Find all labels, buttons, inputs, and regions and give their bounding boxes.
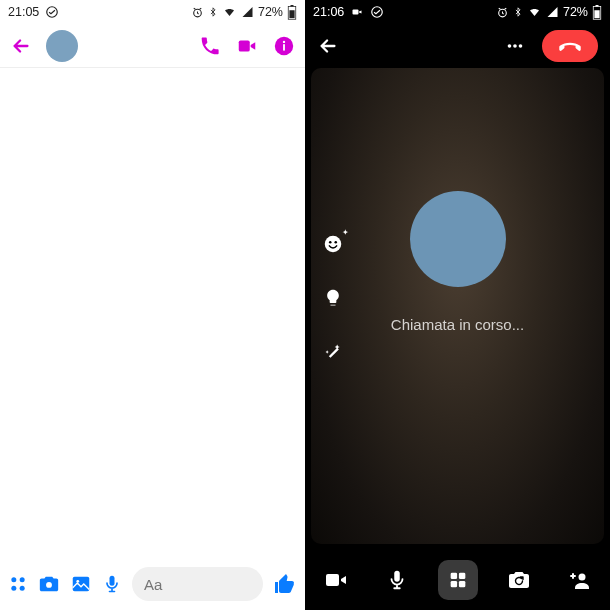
bluetooth-icon [513, 5, 523, 19]
contact-avatar-small[interactable] [46, 30, 78, 62]
status-battery-pct: 72% [563, 5, 588, 19]
message-input[interactable] [132, 567, 263, 601]
battery-icon [592, 5, 602, 20]
svg-rect-16 [110, 576, 115, 586]
svg-point-9 [11, 577, 16, 582]
magic-effects-button[interactable] [319, 338, 347, 366]
svg-rect-5 [239, 40, 250, 51]
status-bar-right: 21:06 72% [305, 0, 610, 24]
face-effects-button[interactable]: ✦ [319, 230, 347, 258]
svg-point-23 [508, 44, 512, 48]
svg-rect-31 [450, 573, 456, 579]
gallery-icon[interactable] [70, 573, 92, 595]
svg-point-10 [20, 577, 25, 582]
signal-icon [546, 6, 559, 18]
svg-point-35 [578, 574, 585, 581]
wifi-icon [222, 6, 237, 18]
svg-rect-30 [394, 571, 400, 582]
svg-rect-7 [283, 44, 285, 50]
microphone-icon[interactable] [102, 573, 122, 595]
svg-point-12 [20, 586, 25, 591]
call-status-text: Chiamata in corso... [391, 316, 524, 333]
messenger-notification-icon [45, 5, 59, 19]
messenger-chat-screen: 21:05 72% [0, 0, 305, 610]
svg-point-24 [513, 44, 517, 48]
call-header [305, 24, 610, 68]
svg-point-28 [334, 241, 337, 244]
status-time: 21:05 [8, 5, 39, 19]
svg-point-18 [372, 7, 383, 18]
svg-rect-4 [289, 10, 294, 18]
svg-point-0 [47, 7, 58, 18]
camera-icon[interactable] [38, 573, 60, 595]
call-controls-bar [305, 550, 610, 610]
svg-rect-29 [326, 574, 339, 586]
signal-icon [241, 6, 254, 18]
hangup-button[interactable] [542, 30, 598, 62]
grid-view-button[interactable] [438, 560, 478, 600]
voice-call-icon[interactable] [199, 35, 221, 57]
lighting-button[interactable] [319, 284, 347, 312]
svg-rect-22 [594, 10, 599, 18]
call-video-area: ✦ Chiamata in corso... [311, 68, 604, 544]
more-actions-icon[interactable] [8, 574, 28, 594]
like-icon[interactable] [273, 572, 297, 596]
battery-icon [287, 5, 297, 20]
video-call-icon[interactable] [235, 35, 259, 57]
svg-point-26 [325, 236, 342, 253]
bluetooth-icon [208, 5, 218, 19]
svg-point-15 [76, 580, 79, 583]
effects-rail: ✦ [319, 230, 347, 366]
message-composer [0, 558, 305, 610]
more-options-icon[interactable] [504, 35, 526, 57]
svg-rect-14 [73, 577, 90, 592]
svg-point-8 [283, 40, 285, 42]
alarm-icon [496, 6, 509, 19]
status-battery-pct: 72% [258, 5, 283, 19]
svg-point-25 [519, 44, 523, 48]
svg-point-27 [329, 241, 332, 244]
back-arrow-icon[interactable] [10, 35, 32, 57]
message-text-field[interactable] [144, 576, 251, 593]
toggle-mic-button[interactable] [377, 560, 417, 600]
ongoing-call-icon [350, 6, 364, 18]
svg-rect-34 [458, 581, 464, 587]
add-person-button[interactable] [560, 560, 600, 600]
svg-rect-32 [458, 573, 464, 579]
flip-camera-button[interactable] [499, 560, 539, 600]
back-arrow-icon[interactable] [317, 35, 339, 57]
svg-rect-33 [450, 581, 456, 587]
svg-rect-17 [353, 10, 359, 15]
svg-point-11 [11, 586, 16, 591]
chat-body-empty [0, 68, 305, 558]
toggle-video-button[interactable] [316, 560, 356, 600]
svg-point-13 [46, 582, 52, 588]
chat-header [0, 24, 305, 68]
status-time: 21:06 [313, 5, 344, 19]
status-bar-left: 21:05 72% [0, 0, 305, 24]
contact-avatar-large [410, 191, 506, 287]
messenger-notification-icon [370, 5, 384, 19]
wifi-icon [527, 6, 542, 18]
alarm-icon [191, 6, 204, 19]
messenger-call-screen: 21:06 72% [305, 0, 610, 610]
info-icon[interactable] [273, 35, 295, 57]
